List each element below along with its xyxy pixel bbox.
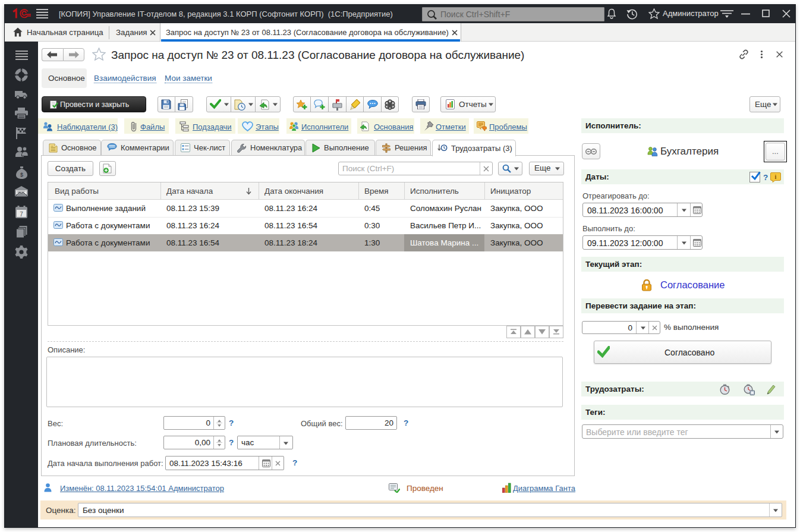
svg-text:$: $ bbox=[20, 172, 23, 178]
svg-text:i: i bbox=[775, 174, 777, 180]
svg-text:7: 7 bbox=[20, 211, 23, 218]
